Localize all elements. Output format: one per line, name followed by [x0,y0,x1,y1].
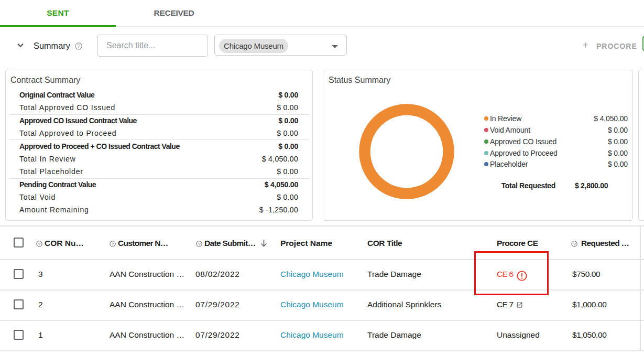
svg-text:?: ? [112,241,114,246]
svg-text:?: ? [573,241,576,246]
svg-text:?: ? [38,241,41,246]
svg-text:?: ? [77,43,80,49]
svg-text:?: ? [198,241,201,246]
